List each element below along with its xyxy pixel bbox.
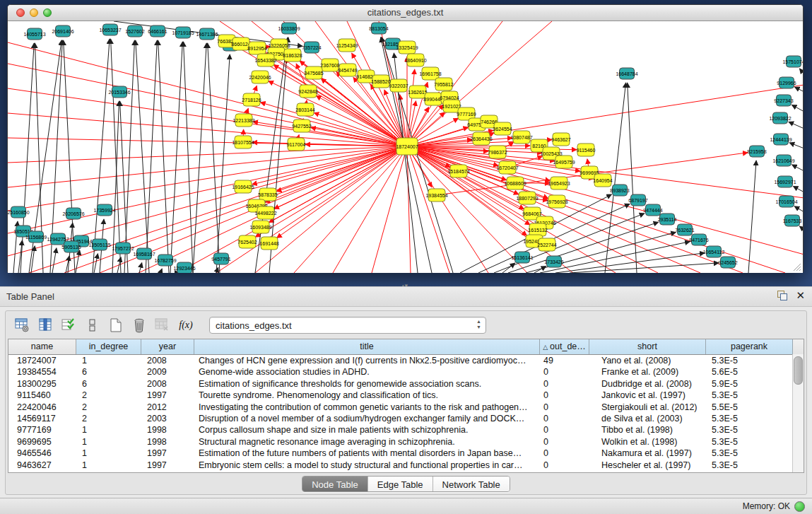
column-header-out_de[interactable]: △out_de… — [540, 339, 589, 354]
graph-node[interactable]: 9115460 — [577, 144, 596, 156]
window-titlebar[interactable]: citations_edges.txt — [8, 5, 803, 21]
scrollbar-thumb[interactable] — [794, 356, 803, 385]
import-table-columns-icon[interactable] — [37, 317, 54, 333]
table-row[interactable]: 977716911998Corpus callosum shape and si… — [8, 424, 804, 436]
graph-node[interactable]: 5905135 — [61, 241, 81, 252]
vertical-scrollbar[interactable] — [792, 354, 804, 472]
graph-node[interactable]: 10653237 — [99, 24, 121, 35]
graph-node[interactable]: 1527602 — [125, 25, 144, 37]
column-header-in_degree[interactable]: in_degree — [76, 339, 141, 354]
graph-node[interactable]: 10807487 — [510, 131, 532, 144]
table-row[interactable]: 1456911722003Disruption of a novel membe… — [8, 413, 804, 424]
graph-node[interactable]: 7625402 — [237, 235, 257, 248]
graph-node[interactable]: 7986372 — [488, 146, 507, 158]
graph-node[interactable]: 16495759 — [553, 156, 575, 168]
graph-node[interactable]: 16543382 — [254, 54, 276, 66]
table-row[interactable]: 946362711997Embryonic stem cells: a mode… — [8, 460, 804, 471]
graph-node[interactable]: 20691406 — [52, 25, 73, 37]
graph-node[interactable]: 8215958 — [747, 146, 766, 157]
graph-node[interactable]: 1691448 — [259, 237, 278, 250]
graph-node[interactable]: 10719185 — [172, 27, 194, 38]
graph-node[interactable]: 1615132 — [528, 223, 547, 236]
tab-network-table[interactable]: Network Table — [433, 477, 510, 491]
graph-node[interactable]: 2803144 — [295, 103, 314, 116]
graph-node[interactable]: 9242848 — [298, 85, 317, 98]
graph-node[interactable]: 19654923 — [548, 177, 570, 189]
delete-rows-icon[interactable] — [131, 317, 148, 333]
graph-node[interactable]: 17016504 — [775, 196, 797, 207]
table-row[interactable]: 969969511998Structural magnetic resonanc… — [8, 436, 804, 448]
graph-node[interactable]: 7357224 — [302, 42, 321, 53]
graph-node[interactable]: 3475685 — [304, 66, 323, 79]
graph-node[interactable]: 9457791 — [211, 253, 230, 264]
graph-node[interactable]: 25160850 — [8, 206, 30, 218]
graph-node[interactable]: 26364436 — [470, 132, 492, 145]
new-file-icon[interactable] — [107, 317, 124, 333]
graph-node[interactable]: 6466161 — [148, 25, 167, 37]
graph-node[interactable]: 18640910 — [404, 54, 426, 66]
graph-node[interactable]: 6879197 — [628, 194, 647, 206]
graph-node[interactable]: 9474444 — [643, 204, 662, 216]
graph-node[interactable]: 9463627 — [551, 133, 570, 146]
table-row[interactable]: 1938455462009Genome-wide association stu… — [8, 366, 804, 378]
graph-node[interactable]: 18807293 — [516, 192, 538, 204]
graph-node[interactable]: 9129966 — [777, 77, 796, 88]
graph-node[interactable]: 14055713 — [23, 28, 45, 40]
column-header-title[interactable]: title — [194, 339, 540, 354]
graph-node[interactable]: 16648784 — [616, 68, 637, 79]
graph-node[interactable]: 12213383 — [233, 114, 254, 127]
graph-node[interactable]: 1640954 — [593, 174, 612, 187]
graph-node[interactable]: 2935114 — [658, 214, 677, 225]
table-row[interactable]: 911546021997Tourette syndrome. Phenomeno… — [8, 390, 804, 401]
graph-node[interactable]: 10654112 — [703, 246, 725, 257]
graph-node[interactable]: 5878335 — [258, 188, 277, 201]
table-selector-dropdown[interactable]: citations_edges.txt ▲▼ — [209, 317, 486, 334]
table-row[interactable]: 1830029562008Estimation of significance … — [8, 378, 804, 390]
column-header-short[interactable]: short — [589, 339, 706, 354]
memory-status-indicator[interactable] — [794, 501, 805, 512]
graph-node[interactable]: 11254349 — [336, 39, 358, 52]
graph-node[interactable]: 9322037 — [389, 79, 408, 92]
graph-node[interactable]: 9245652 — [718, 257, 737, 268]
graph-node[interactable]: 2718126 — [242, 93, 261, 106]
resize-grip-icon[interactable] — [792, 262, 801, 271]
float-panel-icon[interactable] — [777, 291, 787, 300]
graph-node[interactable]: 12093822 — [769, 112, 791, 124]
graph-node[interactable]: 14671385 — [196, 28, 218, 40]
graph-node[interactable]: 8186328 — [283, 49, 302, 62]
graph-node[interactable]: 1588520 — [371, 75, 390, 88]
graph-node[interactable]: 3624554 — [493, 122, 512, 135]
tab-node-table[interactable]: Node Table — [302, 477, 367, 491]
graph-node[interactable]: 8471676 — [689, 234, 708, 245]
graph-node[interactable]: 8912954 — [247, 42, 266, 54]
network-canvas[interactable]: 1872400714055713206914061065323715276026… — [8, 21, 803, 273]
graph-node[interactable]: 8813054 — [369, 23, 388, 34]
graph-node[interactable]: 12444139 — [770, 134, 792, 145]
graph-node[interactable]: 2367608 — [320, 59, 339, 71]
graph-node[interactable]: 1733426 — [544, 256, 563, 267]
graph-node[interactable]: 16033809 — [278, 23, 300, 34]
graph-node[interactable]: 15751074 — [782, 56, 803, 67]
table-row[interactable]: 946554611997Estimation of the future num… — [8, 448, 804, 459]
graph-node[interactable]: 18724007 — [396, 138, 418, 155]
new-table-icon[interactable] — [14, 317, 31, 333]
select-columns-icon[interactable] — [61, 317, 78, 333]
graph-node[interactable]: 9227343 — [774, 95, 793, 106]
graph-node[interactable]: 16136141 — [511, 252, 533, 263]
graph-node[interactable]: 14498222 — [254, 206, 276, 219]
graph-node[interactable]: 19166425 — [232, 180, 254, 193]
graph-node[interactable]: 16093489 — [249, 221, 271, 233]
graph-node[interactable]: 9117004 — [287, 138, 306, 151]
table-row[interactable]: 2242004622012Investigating the contribut… — [8, 402, 804, 413]
function-builder-icon[interactable]: f(x) — [177, 317, 194, 333]
graph-node[interactable]: 19756928 — [546, 195, 567, 208]
graph-node[interactable]: 7632621 — [675, 224, 694, 235]
graph-node[interactable]: 13325419 — [396, 41, 418, 54]
graph-node[interactable]: 15692971 — [774, 176, 796, 187]
graph-node[interactable]: 2522744 — [537, 238, 556, 251]
column-header-name[interactable]: name — [8, 339, 76, 354]
graph-node[interactable]: 9427552 — [292, 119, 311, 132]
graph-node[interactable]: 18107554 — [232, 136, 254, 148]
graph-node[interactable]: 16210649 — [772, 155, 794, 166]
column-header-pagerank[interactable]: pagerank — [706, 339, 793, 354]
